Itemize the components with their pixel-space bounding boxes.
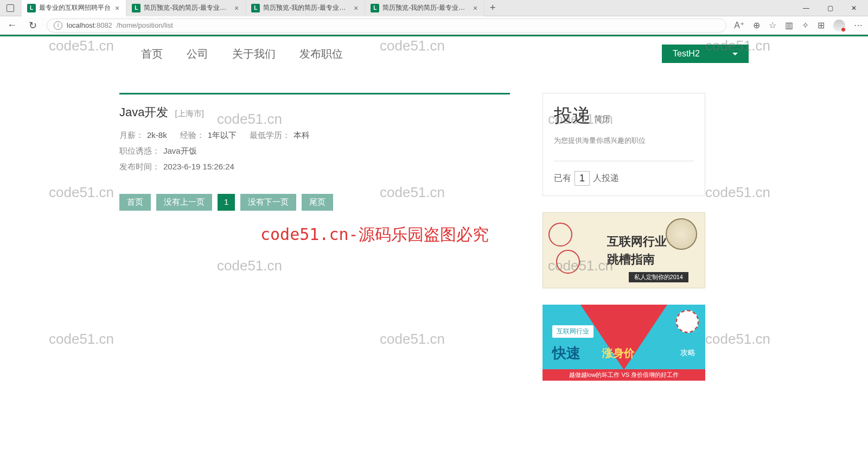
nav-home[interactable]: 首页 xyxy=(141,47,163,61)
main-nav: 首页 公司 关于我们 发布职位 xyxy=(141,47,343,61)
panel-title: 投递 简历 xyxy=(554,103,694,128)
content-wrapper: Java开发 [上海市] 月薪： 2k-8k 经验： 1年以下 最低学历： 本科… xyxy=(0,87,868,386)
tab-overview-button[interactable] xyxy=(2,1,18,16)
url-path: /home/position/list xyxy=(117,21,173,29)
user-dropdown[interactable]: TestH2 xyxy=(662,45,749,63)
minimize-button[interactable]: — xyxy=(794,0,818,16)
edu-label: 最低学历： xyxy=(250,130,290,141)
tab-close-icon[interactable]: × xyxy=(472,4,478,12)
ad2-text1: 快速 xyxy=(552,344,580,363)
tab-close-icon[interactable]: × xyxy=(353,4,359,12)
exp-label: 经验： xyxy=(180,130,205,141)
tab-title: 最专业的互联网招聘平台 xyxy=(39,3,111,12)
nav-publish[interactable]: 发布职位 xyxy=(299,47,343,61)
nav-company[interactable]: 公司 xyxy=(187,47,208,61)
new-tab-button[interactable]: + xyxy=(484,0,501,16)
ad2-bar: 越做越low的坏工作 VS 身价倍增的好工作 xyxy=(542,369,705,381)
job-location: [上海市] xyxy=(175,109,203,119)
job-perks: 职位诱惑：Java开饭 xyxy=(119,146,510,156)
address-bar: ← ↻ i localhost:8082/home/position/list … xyxy=(0,16,868,35)
badge-icon xyxy=(676,310,699,333)
url-input[interactable]: i localhost:8082/home/position/list xyxy=(47,18,726,33)
tab-title: 简历预览-我的简历-最专业的互 xyxy=(263,3,349,12)
tab-close-icon[interactable]: × xyxy=(114,4,120,12)
tab-title: 简历预览-我的简历-最专业的互 xyxy=(382,3,469,12)
delivery-count: 1 xyxy=(575,171,590,186)
ad2-tag: 互联网行业 xyxy=(552,325,593,338)
browser-tabs: L 最专业的互联网招聘平台 × L 简历预览-我的简历-最专业的互 × L 简历… xyxy=(22,0,794,16)
browser-tab-1[interactable]: L 简历预览-我的简历-最专业的互 × xyxy=(126,0,246,16)
ad1-bar: 私人定制你的2014 xyxy=(629,272,688,282)
zoom-icon[interactable]: ⊕ xyxy=(753,20,760,30)
ad-banner-2[interactable]: 互联网行业 快速 涨身价 攻略 越做越low的坏工作 VS 身价倍增的好工作 xyxy=(542,305,705,381)
extensions-icon[interactable]: ⊞ xyxy=(818,20,825,30)
more-icon[interactable]: ⋯ xyxy=(854,20,863,30)
ad2-text2: 涨身价 xyxy=(602,346,635,361)
sidebar-column: 投递 简历 为您提供海量你感兴趣的职位 已有 1 人投递 互联网行业 跳槽指南 … xyxy=(542,93,705,381)
salary-label: 月薪： xyxy=(119,130,144,141)
chevron-down-icon xyxy=(732,53,738,55)
back-button[interactable]: ← xyxy=(5,19,18,32)
panel-sub: 为您提供海量你感兴趣的职位 xyxy=(554,136,694,146)
page-root: 首页 公司 关于我们 发布职位 TestH2 Java开发 [上海市] 月薪： … xyxy=(0,35,868,386)
favorites-icon[interactable]: ☆ xyxy=(769,20,776,30)
read-aloud-icon[interactable]: A⁺ xyxy=(734,20,744,30)
ad-banner-1[interactable]: 互联网行业 跳槽指南 私人定制你的2014 xyxy=(542,212,705,288)
compass-icon xyxy=(666,218,697,250)
collections-icon[interactable]: ✧ xyxy=(802,20,809,30)
salary-value: 2k-8k xyxy=(147,130,167,141)
job-card: Java开发 [上海市] 月薪： 2k-8k 经验： 1年以下 最低学历： 本科… xyxy=(119,93,510,172)
favicon-icon: L xyxy=(132,4,141,12)
favicon-icon: L xyxy=(27,4,36,12)
site-header: 首页 公司 关于我们 发布职位 TestH2 xyxy=(0,36,868,71)
page-number-1[interactable]: 1 xyxy=(218,194,235,211)
ad2-text3: 攻略 xyxy=(680,348,695,358)
page-last-button[interactable]: 尾页 xyxy=(302,194,333,211)
url-host: localhost:8082 xyxy=(67,21,112,29)
favicon-icon: L xyxy=(251,4,260,12)
profile-avatar[interactable] xyxy=(833,20,845,31)
job-title: Java开发 xyxy=(119,104,168,121)
browser-tab-3[interactable]: L 简历预览-我的简历-最专业的互 × xyxy=(365,0,484,16)
favicon-icon: L xyxy=(371,4,379,12)
main-column: Java开发 [上海市] 月薪： 2k-8k 经验： 1年以下 最低学历： 本科… xyxy=(119,93,510,381)
browser-tab-2[interactable]: L 简历预览-我的简历-最专业的互 × xyxy=(246,0,365,16)
stamp-icon xyxy=(548,223,597,277)
nav-about[interactable]: 关于我们 xyxy=(232,47,276,61)
site-info-icon[interactable]: i xyxy=(54,21,62,30)
exp-value: 1年以下 xyxy=(208,130,237,141)
app-icon[interactable]: ▥ xyxy=(785,20,793,30)
tab-title: 简历预览-我的简历-最专业的互 xyxy=(144,3,230,12)
browser-titlebar: L 最专业的互联网招聘平台 × L 简历预览-我的简历-最专业的互 × L 简历… xyxy=(0,0,868,16)
pagination: 首页 没有上一页 1 没有下一页 尾页 xyxy=(119,194,510,211)
maximize-button[interactable]: ▢ xyxy=(818,0,842,16)
toolbar-right-icons: A⁺ ⊕ ☆ ▥ ✧ ⊞ ⋯ xyxy=(734,20,863,31)
refresh-button[interactable]: ↻ xyxy=(26,19,39,32)
tab-close-icon[interactable]: × xyxy=(233,4,240,12)
browser-tab-0[interactable]: L 最专业的互联网招聘平台 × xyxy=(22,0,126,16)
page-first-button[interactable]: 首页 xyxy=(119,194,151,211)
window-controls: — ▢ ✕ xyxy=(794,0,866,16)
ad1-text: 互联网行业 跳槽指南 xyxy=(607,232,667,268)
job-publish-time: 发布时间：2023-6-19 15:26:24 xyxy=(119,162,510,172)
edu-value: 本科 xyxy=(293,130,310,141)
job-meta-row: 月薪： 2k-8k 经验： 1年以下 最低学历： 本科 xyxy=(119,130,510,141)
user-name: TestH2 xyxy=(673,49,700,59)
page-next-button[interactable]: 没有下一页 xyxy=(240,194,296,211)
delivery-panel: 投递 简历 为您提供海量你感兴趣的职位 已有 1 人投递 xyxy=(542,93,705,196)
panel-count: 已有 1 人投递 xyxy=(554,161,694,186)
close-button[interactable]: ✕ xyxy=(842,0,866,16)
page-prev-button[interactable]: 没有上一页 xyxy=(156,194,212,211)
